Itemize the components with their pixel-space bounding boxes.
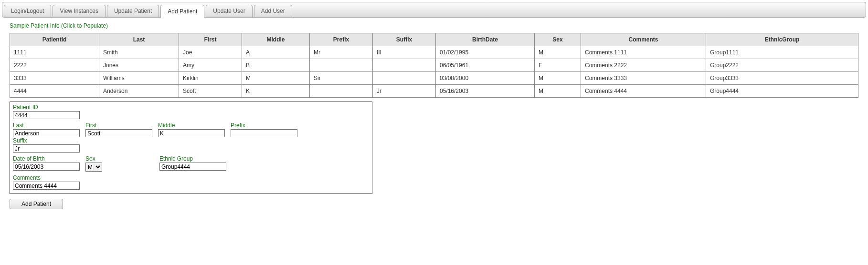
sex-select[interactable]: MF — [85, 163, 102, 172]
table-cell[interactable]: III — [373, 46, 436, 59]
label-ethnic: Ethnic Group — [159, 155, 226, 162]
label-prefix: Prefix — [231, 122, 297, 129]
label-first: First — [85, 122, 152, 129]
label-suffix: Suffix — [13, 137, 80, 144]
comments-input[interactable] — [13, 182, 80, 190]
col-birthdate: BirthDate — [436, 33, 535, 46]
tab-bar: Login/Logout View Instances Update Patie… — [2, 2, 866, 18]
label-last: Last — [13, 122, 80, 129]
table-cell[interactable]: Smith — [99, 46, 179, 59]
table-cell[interactable]: Group2222 — [706, 59, 858, 72]
patient-form: Patient ID Last First Middle Prefix — [10, 102, 372, 194]
table-cell[interactable]: Comments 3333 — [581, 72, 706, 85]
ethnic-input[interactable] — [159, 163, 226, 171]
table-cell[interactable]: 2222 — [10, 59, 99, 72]
first-input[interactable] — [85, 129, 152, 137]
tab-view-instances[interactable]: View Instances — [53, 5, 106, 17]
table-cell[interactable]: M — [535, 46, 581, 59]
table-cell[interactable]: 3333 — [10, 72, 99, 85]
table-cell[interactable]: 06/05/1961 — [436, 59, 535, 72]
table-row[interactable]: 1111SmithJoeAMrIII01/02/1995MComments 11… — [10, 46, 858, 59]
label-dob: Date of Birth — [13, 155, 80, 162]
table-cell[interactable]: Comments 2222 — [581, 59, 706, 72]
table-cell[interactable]: K — [242, 85, 310, 98]
table-cell[interactable] — [373, 72, 436, 85]
label-middle: Middle — [158, 122, 225, 129]
tab-update-patient[interactable]: Update Patient — [107, 5, 159, 17]
table-cell[interactable]: 03/08/2000 — [436, 72, 535, 85]
table-row[interactable]: 2222JonesAmyB06/05/1961FComments 2222Gro… — [10, 59, 858, 72]
tab-login-logout[interactable]: Login/Logout — [4, 5, 51, 17]
table-cell[interactable]: 1111 — [10, 46, 99, 59]
table-cell[interactable]: Mr — [310, 46, 373, 59]
table-cell[interactable]: Amy — [179, 59, 242, 72]
table-cell[interactable]: Comments 1111 — [581, 46, 706, 59]
tab-add-user[interactable]: Add User — [254, 5, 292, 17]
last-input[interactable] — [13, 129, 80, 137]
label-comments: Comments — [13, 174, 80, 181]
table-cell[interactable]: Jones — [99, 59, 179, 72]
col-prefix: Prefix — [310, 33, 373, 46]
col-patientid: PatientId — [10, 33, 99, 46]
patient-sample-table: PatientId Last First Middle Prefix Suffi… — [10, 33, 858, 98]
table-cell[interactable]: B — [242, 59, 310, 72]
col-ethnicgroup: EthnicGroup — [706, 33, 858, 46]
table-cell[interactable]: M — [535, 72, 581, 85]
table-cell[interactable]: Group4444 — [706, 85, 858, 98]
table-cell[interactable]: Comments 4444 — [581, 85, 706, 98]
table-cell[interactable]: Kirklin — [179, 72, 242, 85]
table-cell[interactable]: Sir — [310, 72, 373, 85]
prefix-input[interactable] — [231, 129, 297, 137]
suffix-input[interactable] — [13, 144, 80, 153]
table-cell[interactable]: F — [535, 59, 581, 72]
patient-id-input[interactable] — [13, 111, 80, 119]
table-cell[interactable]: Williams — [99, 72, 179, 85]
table-cell[interactable]: 4444 — [10, 85, 99, 98]
col-comments: Comments — [581, 33, 706, 46]
table-cell[interactable]: Joe — [179, 46, 242, 59]
col-first: First — [179, 33, 242, 46]
table-cell[interactable]: 05/16/2003 — [436, 85, 535, 98]
table-row[interactable]: 4444AndersonScottKJr05/16/2003MComments … — [10, 85, 858, 98]
table-cell[interactable]: 01/02/1995 — [436, 46, 535, 59]
label-patient-id: Patient ID — [13, 104, 80, 111]
table-cell[interactable] — [373, 59, 436, 72]
table-cell[interactable]: Scott — [179, 85, 242, 98]
label-sex: Sex — [85, 155, 102, 162]
table-cell[interactable]: Group1111 — [706, 46, 858, 59]
table-cell[interactable]: Anderson — [99, 85, 179, 98]
col-middle: Middle — [242, 33, 310, 46]
col-sex: Sex — [535, 33, 581, 46]
tab-add-patient[interactable]: Add Patient — [160, 5, 204, 18]
col-suffix: Suffix — [373, 33, 436, 46]
table-cell[interactable]: Jr — [373, 85, 436, 98]
sample-patient-info-link[interactable]: Sample Patient Info (Click to Populate) — [10, 22, 868, 29]
table-cell[interactable] — [310, 59, 373, 72]
table-cell[interactable] — [310, 85, 373, 98]
add-patient-button[interactable]: Add Patient — [10, 199, 63, 209]
table-cell[interactable]: M — [535, 85, 581, 98]
table-cell[interactable]: M — [242, 72, 310, 85]
table-cell[interactable]: A — [242, 46, 310, 59]
tab-update-user[interactable]: Update User — [206, 5, 252, 17]
middle-input[interactable] — [158, 129, 225, 137]
table-cell[interactable]: Group3333 — [706, 72, 858, 85]
col-last: Last — [99, 33, 179, 46]
dob-input[interactable] — [13, 163, 80, 171]
table-row[interactable]: 3333WilliamsKirklinMSir03/08/2000MCommen… — [10, 72, 858, 85]
